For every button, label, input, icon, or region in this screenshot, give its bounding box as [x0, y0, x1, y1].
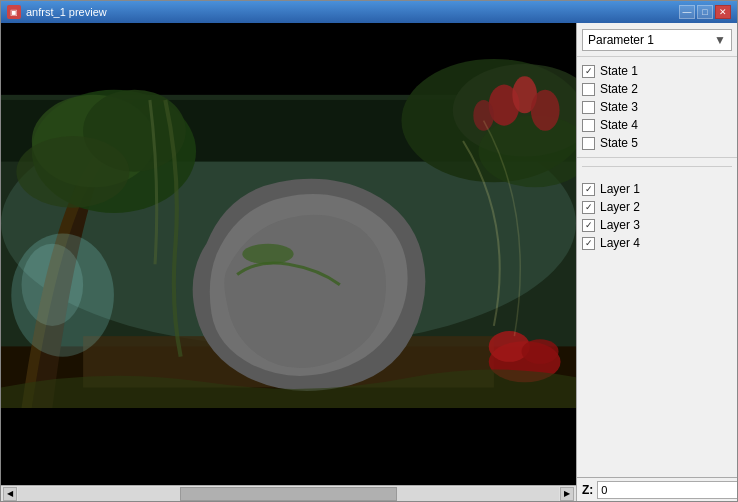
title-bar-left: ▣ anfrst_1 preview: [7, 5, 107, 19]
main-window: ▣ anfrst_1 preview — □ ✕: [0, 0, 738, 502]
state-item-3[interactable]: State 3: [582, 98, 732, 116]
layer3-checkbox[interactable]: [582, 219, 595, 232]
layer4-checkbox[interactable]: [582, 237, 595, 250]
layer-item-4[interactable]: Layer 4: [582, 234, 732, 252]
state2-checkbox[interactable]: [582, 83, 595, 96]
svg-point-10: [16, 136, 129, 208]
state2-label: State 2: [600, 82, 638, 96]
dropdown-row: Parameter 1 ▼: [577, 23, 737, 57]
layer-item-3[interactable]: Layer 3: [582, 216, 732, 234]
section-divider: [582, 166, 732, 167]
params-panel: Parameter 1 ▼ State 1 State 2 State 3: [577, 23, 737, 501]
z-label: Z:: [582, 483, 593, 497]
state5-label: State 5: [600, 136, 638, 150]
layer-item-1[interactable]: Layer 1: [582, 180, 732, 198]
scroll-left-arrow[interactable]: ◀: [3, 487, 17, 501]
layers-section: Layer 1 Layer 2 Layer 3 Layer 4: [577, 175, 737, 257]
svg-point-11: [242, 244, 293, 265]
canvas-container: [1, 23, 576, 485]
forest-scene: [1, 23, 576, 485]
states-section: State 1 State 2 State 3 State 4 State 5: [577, 57, 737, 158]
z-row: Z: ▲ ▼: [577, 477, 737, 501]
horizontal-scrollbar[interactable]: ◀ ▶: [1, 485, 576, 501]
parameter-dropdown[interactable]: Parameter 1 ▼: [582, 29, 732, 51]
close-button[interactable]: ✕: [715, 5, 731, 19]
scroll-right-arrow[interactable]: ▶: [560, 487, 574, 501]
z-input[interactable]: [597, 481, 737, 499]
layer-item-2[interactable]: Layer 2: [582, 198, 732, 216]
state4-checkbox[interactable]: [582, 119, 595, 132]
scroll-track[interactable]: [18, 487, 559, 501]
state-item-1[interactable]: State 1: [582, 62, 732, 80]
layer1-checkbox[interactable]: [582, 183, 595, 196]
svg-point-23: [22, 244, 84, 326]
state-item-5[interactable]: State 5: [582, 134, 732, 152]
svg-point-17: [531, 90, 560, 131]
state4-label: State 4: [600, 118, 638, 132]
layer3-label: Layer 3: [600, 218, 640, 232]
dropdown-arrow-icon: ▼: [714, 33, 726, 47]
minimize-button[interactable]: —: [679, 5, 695, 19]
state1-checkbox[interactable]: [582, 65, 595, 78]
svg-point-18: [473, 100, 494, 131]
maximize-button[interactable]: □: [697, 5, 713, 19]
app-icon: ▣: [7, 5, 21, 19]
preview-area: ◀ ▶: [1, 23, 577, 501]
dropdown-label: Parameter 1: [588, 33, 654, 47]
layer2-label: Layer 2: [600, 200, 640, 214]
svg-rect-6: [1, 408, 576, 470]
window-title: anfrst_1 preview: [26, 6, 107, 18]
layer1-label: Layer 1: [600, 182, 640, 196]
layer4-label: Layer 4: [600, 236, 640, 250]
state3-label: State 3: [600, 100, 638, 114]
panel-spacer: [577, 257, 737, 477]
title-bar-buttons: — □ ✕: [679, 5, 731, 19]
state3-checkbox[interactable]: [582, 101, 595, 114]
window-content: ◀ ▶ Parameter 1 ▼ State 1: [1, 23, 737, 501]
scroll-thumb[interactable]: [180, 487, 396, 501]
title-bar: ▣ anfrst_1 preview — □ ✕: [1, 1, 737, 23]
svg-point-21: [522, 339, 559, 364]
state-item-4[interactable]: State 4: [582, 116, 732, 134]
state-item-2[interactable]: State 2: [582, 80, 732, 98]
state1-label: State 1: [600, 64, 638, 78]
layer2-checkbox[interactable]: [582, 201, 595, 214]
state5-checkbox[interactable]: [582, 137, 595, 150]
